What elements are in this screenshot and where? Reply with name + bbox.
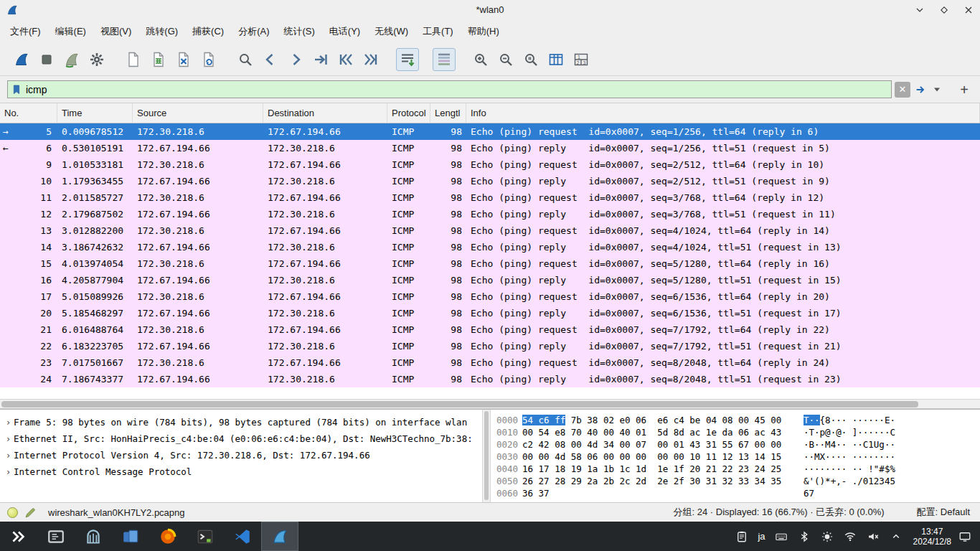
column-header-info[interactable]: Info xyxy=(466,103,980,123)
ascii-bytes[interactable]: ··MX···· ········ xyxy=(804,451,895,463)
menu-item-f[interactable]: 文件(F) xyxy=(3,22,48,42)
taskbar-app-menu[interactable] xyxy=(0,522,37,551)
close-button[interactable] xyxy=(963,4,974,16)
start-capture-button[interactable] xyxy=(10,48,33,71)
find-packet-button[interactable] xyxy=(234,48,257,71)
menu-item-v[interactable]: 视图(V) xyxy=(93,22,138,42)
restart-capture-button[interactable] xyxy=(60,48,83,71)
packet-row[interactable]: →50.009678512172.30.218.6172.67.194.66IC… xyxy=(0,123,980,140)
column-header-source[interactable]: Source xyxy=(133,103,263,123)
hex-bytes[interactable]: 00 54 e8 70 40 00 40 01 5d 8d ac 1e da 0… xyxy=(522,426,804,438)
menu-item-h[interactable]: 帮助(H) xyxy=(461,22,507,42)
details-scrollbar-thumb[interactable] xyxy=(484,411,489,500)
taskbar-firefox[interactable] xyxy=(149,522,187,551)
menu-item-g[interactable]: 跳转(G) xyxy=(138,22,185,42)
menu-item-w[interactable]: 无线(W) xyxy=(367,22,415,42)
ascii-bytes[interactable]: ·T·p@·@· ]······C xyxy=(804,426,895,438)
hex-line[interactable]: 004016 17 18 19 1a 1b 1c 1d 1e 1f 20 21 … xyxy=(491,463,980,475)
tray-wifi[interactable] xyxy=(843,529,857,544)
column-header-no[interactable]: No. xyxy=(0,103,57,123)
tray-bluetooth[interactable] xyxy=(797,529,811,544)
packet-row[interactable]: 143.186742632172.67.194.66172.30.218.6IC… xyxy=(0,239,980,255)
save-file-button[interactable] xyxy=(147,48,170,71)
detail-line[interactable]: ›Ethernet II, Src: HonHaiPrecis_c4:be:04… xyxy=(3,430,482,447)
workspace-icon[interactable] xyxy=(956,527,974,546)
capture-options-button[interactable] xyxy=(85,48,108,71)
hex-line[interactable]: 000054 c6 ff 7b 38 02 e0 06 e6 c4 be 04 … xyxy=(491,414,980,426)
detail-line[interactable]: ›Internet Protocol Version 4, Src: 172.3… xyxy=(3,447,482,463)
hex-bytes[interactable]: 26 27 28 29 2a 2b 2c 2d 2e 2f 30 31 32 3… xyxy=(522,475,804,487)
hex-line[interactable]: 005026 27 28 29 2a 2b 2c 2d 2e 2f 30 31 … xyxy=(491,475,980,487)
clear-filter-button[interactable]: ✕ xyxy=(895,82,910,98)
number-columns-button[interactable]: 123 xyxy=(570,48,593,71)
display-filter-input[interactable] xyxy=(26,81,888,98)
packet-row[interactable]: 205.185468297172.67.194.66172.30.218.6IC… xyxy=(0,305,980,321)
detail-line[interactable]: ›Frame 5: 98 bytes on wire (784 bits), 9… xyxy=(3,414,482,430)
go-back-button[interactable] xyxy=(259,48,282,71)
zoom-normal-button[interactable] xyxy=(519,48,542,71)
expand-chevron-icon[interactable]: › xyxy=(3,463,14,480)
filter-history-dropdown[interactable] xyxy=(932,82,941,98)
detail-line[interactable]: ›Internet Control Message Protocol xyxy=(3,463,482,480)
taskbar-file-manager[interactable] xyxy=(112,522,149,551)
packet-row[interactable]: 164.205877904172.67.194.66172.30.218.6IC… xyxy=(0,272,980,288)
hex-bytes[interactable]: 54 c6 ff 7b 38 02 e0 06 e6 c4 be 04 08 0… xyxy=(522,414,804,426)
menu-item-c[interactable]: 捕获(C) xyxy=(185,22,231,42)
hex-bytes[interactable]: 00 00 4d 58 06 00 00 00 00 00 10 11 12 1… xyxy=(522,451,804,463)
apply-filter-button[interactable] xyxy=(913,82,929,98)
auto-scroll-button[interactable] xyxy=(396,48,419,71)
menu-item-a[interactable]: 分析(A) xyxy=(231,22,276,42)
taskbar-panel-toggle[interactable] xyxy=(37,522,75,551)
tray-tray-expand[interactable] xyxy=(889,529,903,544)
close-file-button[interactable] xyxy=(172,48,195,71)
resize-columns-button[interactable] xyxy=(545,48,567,71)
ascii-bytes[interactable]: ········ ·· !"#$% xyxy=(804,463,895,475)
open-file-button[interactable] xyxy=(122,48,145,71)
tray-input-method[interactable]: ja xyxy=(758,529,765,544)
reload-file-button[interactable] xyxy=(197,48,220,71)
last-packet-button[interactable] xyxy=(359,48,382,71)
hex-bytes[interactable]: c2 42 08 00 4d 34 00 07 00 01 43 31 55 6… xyxy=(522,438,804,451)
column-header-destination[interactable]: Destination xyxy=(263,103,387,123)
hex-line[interactable]: 006036 3767 xyxy=(491,487,980,499)
stop-capture-button[interactable] xyxy=(35,48,58,71)
expand-chevron-icon[interactable]: › xyxy=(3,447,14,463)
colorize-button[interactable] xyxy=(433,48,456,71)
hex-bytes[interactable]: 36 37 xyxy=(522,487,804,499)
column-header-lengtl[interactable]: Lengtl xyxy=(430,103,466,123)
go-forward-button[interactable] xyxy=(284,48,307,71)
packet-row[interactable]: 91.010533181172.30.218.6172.67.194.66ICM… xyxy=(0,156,980,173)
packet-row[interactable]: 175.015089926172.30.218.6172.67.194.66IC… xyxy=(0,288,980,305)
hex-line[interactable]: 001000 54 e8 70 40 00 40 01 5d 8d ac 1e … xyxy=(491,426,980,438)
filter-bookmark-icon[interactable] xyxy=(11,83,22,96)
zoom-in-button[interactable] xyxy=(469,48,492,71)
expert-info-icon[interactable] xyxy=(7,507,18,518)
taskbar-app-cage[interactable] xyxy=(75,522,112,551)
packet-row[interactable]: 237.017501667172.30.218.6172.67.194.66IC… xyxy=(0,354,980,371)
go-to-packet-button[interactable] xyxy=(309,48,332,71)
column-header-protocol[interactable]: Protocol xyxy=(387,103,430,123)
packet-row[interactable]: 154.013974054172.30.218.6172.67.194.66IC… xyxy=(0,255,980,272)
tray-volume-muted[interactable] xyxy=(866,529,880,544)
clock[interactable]: 13:47 2024/12/8 xyxy=(913,527,951,547)
ascii-bytes[interactable]: &'()*+,- ./012345 xyxy=(804,475,895,487)
capture-comment-icon[interactable] xyxy=(24,507,37,519)
tray-clipboard[interactable] xyxy=(735,529,749,544)
tray-night-light[interactable] xyxy=(820,529,834,544)
profile-selector[interactable]: 配置: Default xyxy=(917,506,970,519)
ascii-bytes[interactable]: ·B··M4·· ··C1Ug·· xyxy=(804,438,895,451)
menu-item-t[interactable]: 工具(T) xyxy=(415,22,461,42)
maximize-button[interactable] xyxy=(938,4,950,16)
column-header-time[interactable]: Time xyxy=(57,103,133,123)
packet-row[interactable]: 112.011585727172.30.218.6172.67.194.66IC… xyxy=(0,189,980,206)
expand-chevron-icon[interactable]: › xyxy=(3,430,14,447)
taskbar-wireshark[interactable] xyxy=(261,522,298,551)
menu-item-e[interactable]: 编辑(E) xyxy=(48,22,93,42)
packet-row[interactable]: 226.183223705172.67.194.66172.30.218.6IC… xyxy=(0,338,980,354)
hex-bytes[interactable]: 16 17 18 19 1a 1b 1c 1d 1e 1f 20 21 22 2… xyxy=(522,463,804,475)
minimize-button[interactable] xyxy=(914,4,925,16)
tray-keyboard[interactable] xyxy=(774,529,788,544)
menu-item-y[interactable]: 电话(Y) xyxy=(322,22,367,42)
hex-line[interactable]: 0020c2 42 08 00 4d 34 00 07 00 01 43 31 … xyxy=(491,438,980,451)
ascii-bytes[interactable]: T··{8··· ······E· xyxy=(804,414,895,426)
